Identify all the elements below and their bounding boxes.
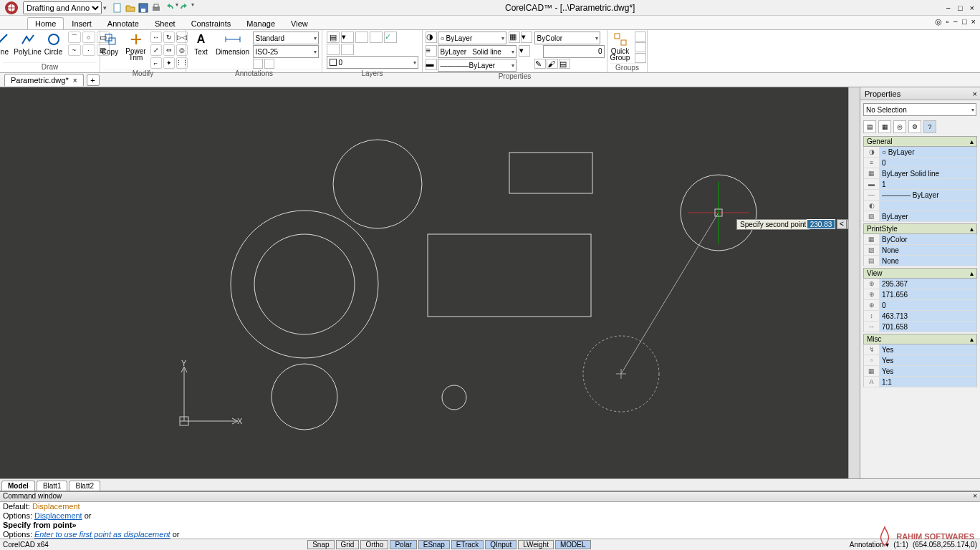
layer-tool-b-icon[interactable] [341, 44, 354, 55]
tab-view[interactable]: View [283, 17, 316, 29]
property-row[interactable]: ⊕171.656 [863, 289, 977, 300]
prop-icon-3[interactable]: ◎ [893, 120, 906, 133]
property-row[interactable]: ▤None [863, 256, 977, 266]
status-toggle-esnap[interactable]: ESnap [418, 540, 450, 549]
prop-linetype-combo[interactable]: ByLayerSolid line [438, 45, 517, 58]
layer-match-icon[interactable]: ✓ [384, 32, 397, 43]
prop-brush-icon[interactable]: 🖌 [547, 59, 558, 69]
drawing-canvas[interactable]: X Y Specify second point < 59 [0, 87, 860, 478]
canvas-scrollbar-v[interactable] [848, 87, 860, 478]
doc-tab-active[interactable]: Parametric.dwg* × [4, 74, 84, 86]
property-value[interactable]: 0 [880, 158, 976, 168]
property-value[interactable]: ○ ByLayer [880, 147, 976, 157]
prop-icon-1[interactable]: ▤ [863, 120, 876, 133]
anno-tool-2-icon[interactable] [264, 59, 274, 69]
doc-tab-close-icon[interactable]: × [73, 77, 77, 85]
qat-print-icon[interactable] [150, 1, 163, 14]
tab-insert[interactable]: Insert [64, 17, 100, 29]
sheet-tab-blatt1[interactable]: Blatt1 [37, 481, 68, 491]
property-value[interactable]: 1 [880, 179, 976, 189]
property-value[interactable]: None [880, 245, 976, 255]
doc-tab-add[interactable]: + [87, 74, 100, 86]
property-value[interactable]: 295.367 [880, 279, 976, 289]
prop-lw-icon[interactable]: ▬ [426, 59, 437, 70]
qat-open-icon[interactable] [124, 1, 137, 14]
qat-undo-icon[interactable] [163, 1, 176, 14]
tool-copy[interactable]: Copy [99, 32, 122, 56]
property-value[interactable]: ByColor [880, 234, 976, 244]
property-value[interactable]: 701.658 [880, 322, 976, 332]
property-row[interactable]: ▬1 [863, 179, 977, 190]
qat-new-icon[interactable] [111, 1, 124, 14]
property-value[interactable]: Yes [880, 366, 976, 376]
layer-combo[interactable]: 0 [327, 56, 418, 69]
prop-pencil-icon[interactable]: ✎ [534, 59, 546, 69]
tool-dimension[interactable]: Dimension [216, 32, 250, 56]
draw-point-icon[interactable]: · [82, 44, 95, 56]
layer-iso-icon[interactable] [355, 32, 368, 43]
properties-close-icon[interactable]: × [973, 90, 977, 98]
tab-home[interactable]: Home [27, 17, 64, 29]
property-value[interactable]: ByLayer [880, 211, 976, 221]
sheet-tab-model[interactable]: Model [1, 481, 35, 491]
prop-lw-input[interactable]: 0 [543, 45, 605, 58]
prop-lt-icon[interactable]: ▦ [509, 32, 520, 43]
status-toggle-lweight[interactable]: LWeight [518, 540, 554, 549]
prop-icon-4[interactable]: ⚙ [908, 120, 921, 133]
property-row[interactable]: ▨None [863, 245, 977, 256]
property-value[interactable]: ———— ByLayer [880, 190, 976, 200]
text-style-combo[interactable]: Standard [253, 32, 319, 44]
section-printstyle[interactable]: PrintStyle▴ [863, 223, 977, 234]
property-row[interactable]: ▦ByLayer Solid line [863, 168, 977, 179]
mdi-restore-icon[interactable]: ▫ [946, 17, 949, 26]
prop-color-combo[interactable]: ○ByLayer [438, 32, 506, 44]
anno-tool-1-icon[interactable] [253, 59, 263, 69]
qat-save-icon[interactable] [137, 1, 150, 14]
group-ungroup-icon[interactable] [635, 42, 646, 52]
property-row[interactable]: A1:1 [863, 377, 977, 387]
status-toggle-ortho[interactable]: Ortho [360, 540, 388, 549]
property-row[interactable]: ↯Yes [863, 344, 977, 355]
draw-ellipse-icon[interactable]: ○ [82, 32, 95, 43]
prop-paint-icon[interactable]: ▾ [519, 45, 530, 57]
tool-circle[interactable]: Circle [42, 32, 65, 56]
property-row[interactable]: ⊕0 [863, 300, 977, 311]
mdi-close-icon[interactable]: × [971, 17, 976, 26]
tool-text[interactable]: A Text [190, 32, 213, 56]
draw-spline-icon[interactable]: ~ [68, 44, 81, 56]
tool-polyline[interactable]: PolyLine [16, 32, 39, 56]
status-toggle-polar[interactable]: Polar [390, 540, 416, 549]
group-select-icon[interactable] [635, 53, 646, 63]
selection-combo[interactable]: No Selection [863, 103, 976, 116]
property-row[interactable]: ▦ByColor [863, 234, 977, 245]
status-toggle-model[interactable]: MODEL [555, 540, 591, 549]
property-row[interactable]: ◐ [863, 201, 977, 211]
minimize-button[interactable]: − [946, 4, 950, 12]
layers-manager-icon[interactable]: ▤ [327, 32, 340, 43]
property-value[interactable]: Yes [880, 355, 976, 365]
property-value[interactable]: 1:1 [880, 377, 976, 387]
tab-annotate[interactable]: Annotate [100, 17, 147, 29]
prop-tool-icon[interactable]: ▾ [521, 32, 532, 43]
workspace-dropdown-icon[interactable]: ▾ [103, 4, 107, 11]
mdi-help-icon[interactable]: ◎ [935, 17, 942, 26]
distance-input[interactable] [807, 219, 835, 229]
prop-icon-5[interactable]: ? [923, 120, 936, 133]
sheet-tab-blatt2[interactable]: Blatt2 [69, 481, 100, 491]
stretch-icon[interactable]: ⇔ [163, 44, 175, 56]
l4l[interactable]: Enter to use first point as displacement [34, 530, 170, 539]
property-value[interactable]: 171.656 [880, 289, 976, 299]
prop-lt2-icon[interactable]: ≡ [426, 45, 437, 57]
group-edit-icon[interactable] [635, 32, 646, 42]
property-value[interactable]: None [880, 256, 976, 266]
fillet-icon[interactable]: ⌐ [150, 57, 162, 69]
workspace-select[interactable]: Drafting and Annotation [23, 1, 102, 14]
section-misc[interactable]: Misc▴ [863, 334, 977, 344]
qat-redo-icon[interactable] [178, 1, 191, 14]
tab-manage[interactable]: Manage [239, 17, 283, 29]
layer-freeze-icon[interactable] [370, 32, 383, 43]
section-view[interactable]: View▴ [863, 268, 977, 279]
close-button[interactable]: × [970, 4, 974, 12]
rotate-icon[interactable]: ↻ [163, 32, 175, 43]
tab-sheet[interactable]: Sheet [147, 17, 183, 29]
